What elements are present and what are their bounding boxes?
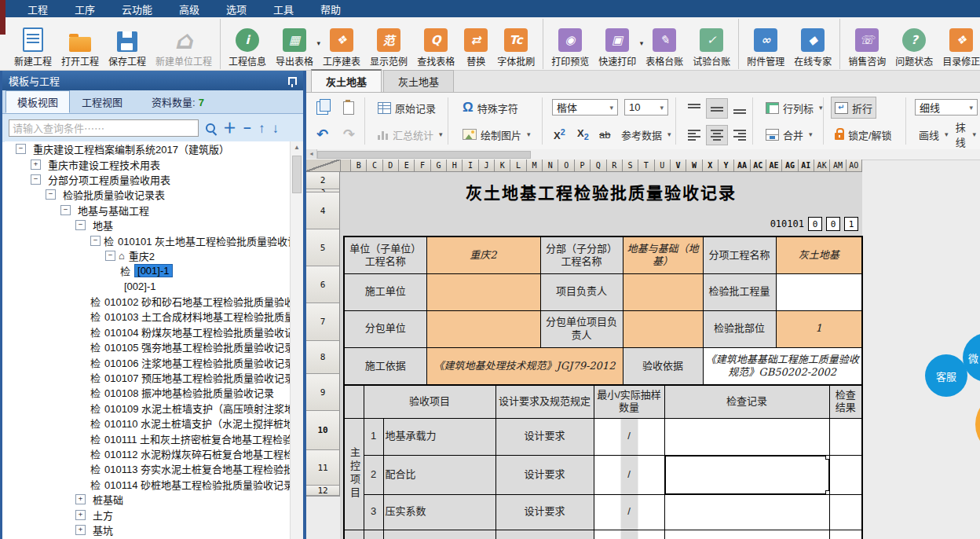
wrap-text-button[interactable]: 折行	[831, 97, 876, 119]
tree-item[interactable]: 检 010114 砂桩地基工程检验批质量验收记录	[5, 477, 291, 492]
requirement-cell[interactable]	[495, 530, 594, 539]
menu-item[interactable]: 云功能	[108, 2, 166, 16]
align-center-button[interactable]	[706, 125, 728, 145]
valign-bottom-button[interactable]	[729, 98, 751, 119]
menu-item[interactable]: 高级	[166, 2, 213, 16]
row-header[interactable]: 8	[306, 341, 340, 374]
requirement-cell[interactable]: 设计要求	[495, 455, 594, 494]
check-result-cell[interactable]	[829, 530, 862, 539]
cell-label[interactable]: 分部（子分部）工程名称	[540, 236, 623, 273]
menu-item[interactable]: 选项	[213, 2, 260, 16]
cell-label[interactable]: 检查记录	[664, 385, 829, 418]
cell-label[interactable]: 单位（子单位）工程名称	[344, 236, 426, 273]
tree-item[interactable]: − ⌂ 重庆2	[5, 248, 291, 263]
menu-item[interactable]: 工程	[14, 2, 61, 16]
row-header[interactable]: 5	[306, 229, 340, 266]
cell-value[interactable]: 1	[776, 310, 862, 347]
tree-item[interactable]: [002]-1	[5, 279, 291, 294]
strikethrough-button[interactable]: ab	[595, 123, 614, 145]
cell-label[interactable]: 检验批部位	[703, 310, 776, 347]
document-tab[interactable]: 灰土地基	[311, 69, 382, 92]
toolbar-button[interactable]: ✓ 试验台账	[688, 19, 735, 69]
font-name-select[interactable]: 楷体	[552, 99, 618, 116]
column-header[interactable]: F	[415, 160, 430, 172]
toolbar-button[interactable]: ❖ 目录修正	[938, 19, 980, 69]
copy-button[interactable]	[313, 97, 332, 119]
paste-button[interactable]	[339, 97, 358, 119]
code-box[interactable]: 0	[808, 217, 822, 231]
check-record-cell[interactable]	[664, 494, 829, 530]
column-header[interactable]: AM	[830, 160, 846, 172]
cell-label[interactable]: 施工依据	[344, 347, 426, 385]
column-header[interactable]: Q	[591, 160, 606, 172]
redo-button[interactable]	[339, 123, 359, 145]
toolbar-button[interactable]: i 工程信息	[220, 19, 271, 69]
tree-item[interactable]: + 基坑	[5, 522, 291, 537]
cell-label[interactable]: 检查结果	[829, 385, 862, 418]
tree-scrollbar[interactable]: ▲	[290, 141, 303, 539]
column-header[interactable]: M	[527, 160, 543, 172]
search-input[interactable]	[9, 119, 199, 137]
original-record-button[interactable]: 原始记录	[374, 97, 440, 119]
column-header[interactable]: R	[607, 160, 623, 172]
row-header[interactable]: 7	[306, 303, 340, 341]
document-tab[interactable]: 灰土地基	[383, 70, 454, 92]
cell-label[interactable]: 分包单位	[344, 310, 426, 347]
tree-item[interactable]: 检 010113 夯实水泥土桩复合地基工程检验批	[5, 461, 291, 476]
column-header[interactable]: X	[703, 160, 719, 172]
column-header[interactable]: W	[686, 160, 702, 172]
column-header[interactable]: AA	[734, 160, 750, 172]
cell-label[interactable]	[344, 385, 364, 418]
hscrollbar-thumb[interactable]	[317, 151, 531, 159]
tree-expander[interactable]: +	[75, 525, 86, 535]
panel-tab[interactable]: 模板视图	[5, 90, 70, 113]
cell-value[interactable]	[426, 310, 540, 347]
tree-item[interactable]: 检 010102 砂和砂石地基工程检验批质量验收	[5, 294, 291, 309]
toolbar-button[interactable]: ▦ 导出表格	[271, 19, 318, 69]
cell-value[interactable]: 灰土地基	[776, 236, 862, 273]
requirement-cell[interactable]: 设计要求	[495, 418, 594, 455]
merge-cells-button[interactable]: 合并	[762, 123, 817, 145]
column-header[interactable]: N	[543, 160, 558, 172]
toolbar-button[interactable]: ▣ 快速打印	[594, 19, 641, 69]
tree-item[interactable]: 检 010106 注浆地基工程检验批质量验收记录	[5, 354, 291, 369]
cell-label[interactable]: 设计要求及规范规定	[495, 385, 594, 418]
toolbar-button[interactable]: ✎ 表格台账	[641, 19, 688, 69]
cell-label[interactable]: 分项工程名称	[703, 236, 776, 273]
cell-label[interactable]: 最小/实际抽样数量	[594, 385, 664, 418]
remove-icon[interactable]: −	[243, 122, 251, 135]
toolbar-button[interactable]: ◆ 在线专家	[789, 19, 836, 69]
column-header[interactable]: AG	[782, 160, 798, 172]
superscript-button[interactable]: X2	[550, 123, 569, 145]
column-header[interactable]: AO	[847, 160, 862, 172]
lock-unlock-button[interactable]: 锁定/解锁	[831, 123, 896, 145]
menu-item[interactable]: 工序	[61, 2, 108, 16]
cell-value[interactable]	[776, 273, 862, 310]
menu-item[interactable]: 帮助	[307, 2, 354, 16]
toolbar-button[interactable]: Tc 字体批刷	[492, 19, 539, 69]
cell-value[interactable]	[426, 273, 540, 310]
horizontal-scrollbar[interactable]: ◂	[306, 149, 980, 160]
erase-line-button[interactable]: 抹线	[950, 123, 980, 145]
item-number-cell[interactable]: 2	[364, 455, 383, 494]
tree-item[interactable]: 检 010104 粉煤灰地基工程检验批质量验收记	[5, 324, 291, 339]
cell-value[interactable]: 《建筑地基基础工程施工质量验收规范》GB50202-2002	[703, 347, 862, 385]
cell-label[interactable]: 项目负责人	[540, 273, 623, 310]
cell-label[interactable]: 验收依据	[623, 347, 703, 385]
tree-item[interactable]: 检 010112 水泥粉煤灰碎石桩复合地基工程检	[5, 446, 291, 461]
row-header[interactable]: 4	[306, 192, 340, 229]
toolbar-button[interactable]: 保存工程	[104, 19, 151, 69]
font-size-select[interactable]: 10	[624, 99, 668, 116]
cell-label[interactable]: 施工单位	[344, 273, 426, 310]
select-all-corner[interactable]	[306, 160, 341, 172]
item-name-cell[interactable]: 配合比	[383, 455, 495, 494]
tree-item[interactable]: − 地基	[5, 218, 291, 233]
tree-item[interactable]: − 地基与基础工程	[5, 203, 291, 218]
toolbar-button[interactable]: 范 显示范例	[365, 19, 412, 69]
tree-item[interactable]: 检 010105 强夯地基工程检验批质量验收记录	[5, 339, 291, 354]
tree-item[interactable]: 检 010109 水泥土桩墙支护（高压喷射注浆地	[5, 401, 291, 416]
valign-top-button[interactable]	[683, 98, 705, 119]
summary-stats-button[interactable]: 汇总统计	[374, 123, 447, 145]
tree-expander[interactable]: +	[31, 160, 41, 170]
align-right-button[interactable]	[729, 125, 751, 145]
